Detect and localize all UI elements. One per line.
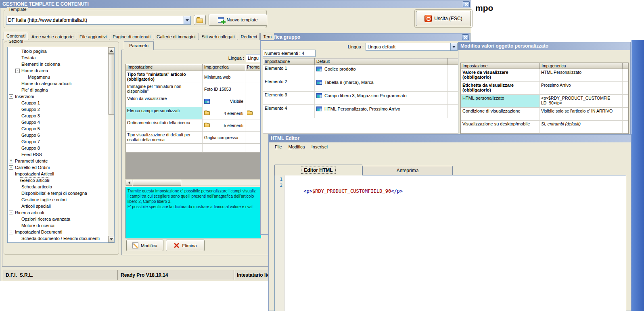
tab[interactable]: Tem	[260, 33, 274, 40]
param-value-cell[interactable]: 5 elementi	[203, 119, 245, 131]
tree-item[interactable]: Scheda articolo	[8, 184, 107, 190]
tree-item[interactable]: Gruppo 3	[8, 113, 107, 119]
gruppo-lingua-combobox[interactable]: Lingua default	[366, 43, 458, 51]
valori-value-cell[interactable]: HTML Personalizzato	[540, 69, 623, 82]
param-value-cell[interactable]: Griglia compressa	[203, 131, 245, 144]
valori-value-cell[interactable]: Visibile solo se l'articolo e' IN ARRIVO	[540, 108, 623, 121]
column-header[interactable]: Default	[315, 58, 448, 65]
tree-item[interactable]: Gruppo 5	[8, 125, 107, 132]
tree-item[interactable]: -Inserzioni	[8, 93, 107, 100]
param-label-cell[interactable]: Ordinamento risultati della ricerca	[126, 119, 203, 131]
column-header[interactable]: Impostazione	[461, 63, 540, 69]
menu-item[interactable]: File	[272, 144, 285, 150]
tree-item[interactable]: Gruppo 4	[8, 119, 107, 125]
tree-item[interactable]: Gestione taglie e colori	[8, 196, 107, 203]
tree-item[interactable]: Gruppo 8	[8, 145, 107, 151]
tree-expander-icon[interactable]: -	[9, 94, 13, 99]
tree-item[interactable]: -Impostazioni	[8, 242, 107, 242]
scroll-down-icon[interactable]	[108, 236, 114, 242]
code-editor[interactable]: 12 <p>$RDY_PRODUCT_CUSTOMFIELD_90</p>	[274, 175, 626, 311]
tree-scrollbar[interactable]	[108, 47, 114, 242]
template-combobox[interactable]: DF Italia (http://www.dataformitalia.it)	[6, 16, 191, 25]
tree-item[interactable]: Elementi in colonna	[8, 61, 107, 67]
gruppo-row[interactable]: Elemento 4HTML Personalizzato, Prossimo …	[263, 105, 469, 118]
tab[interactable]: Pagine di contenuti	[110, 33, 153, 40]
tree-expander-icon[interactable]: -	[9, 211, 13, 215]
tree-item[interactable]: Scheda documento / Elenchi documenti	[8, 235, 107, 242]
scroll-thumb[interactable]	[133, 180, 181, 186]
valori-row[interactable]: Condizione di visualizzazioneVisibile so…	[461, 108, 628, 121]
valori-row[interactable]: Valore da visualizzare (obbligatorio)HTM…	[461, 69, 628, 82]
tree-item[interactable]: Articoli speciali	[8, 203, 107, 209]
tree-item[interactable]: +Parametri utente	[8, 158, 107, 164]
valori-value-cell[interactable]: <p>$RDY_PRODUCT_CUSTOMFIELD_90</p>	[540, 95, 623, 108]
tree-item[interactable]: Megamenu	[8, 74, 107, 80]
tree-item[interactable]: Pie' di pagina	[8, 87, 107, 93]
tree-item[interactable]: -Impostazioni Documenti	[8, 229, 107, 235]
param-value-cell[interactable]: Miniatura web	[203, 71, 245, 83]
valori-value-cell[interactable]: Prossimo Arrivo	[540, 82, 623, 95]
tree-expander-icon[interactable]: +	[9, 159, 13, 163]
param-label-cell[interactable]: Elenco campi personalizzati	[126, 107, 203, 119]
valori-row[interactable]: Visualizzazione su desktop/mobileSI, ent…	[461, 121, 628, 134]
tree-item[interactable]: Home di categoria articoli	[8, 80, 107, 87]
param-label-cell[interactable]: Tipo foto "miniatura" articolo (obbligat…	[126, 71, 203, 83]
tab[interactable]: Gallerie di immagini	[154, 33, 199, 40]
valori-label-cell[interactable]: Valore da visualizzare (obbligatorio)	[461, 69, 540, 82]
tree-expander-icon[interactable]: -	[9, 172, 13, 176]
gruppo-row[interactable]: Elemento 3Campo libero 3, Magazzino Prog…	[263, 92, 469, 105]
modifica-valori-titlebar[interactable]: Modifica valori oggetto personalizzato	[458, 42, 630, 50]
valori-row[interactable]: Etichetta da visualizzare (obbligatorio)…	[461, 82, 628, 95]
tree-item[interactable]: Testata	[8, 54, 107, 61]
html-editor-titlebar[interactable]: HTML Editor	[269, 135, 631, 142]
param-row[interactable]: Ordinamento risultati della ricerca5 ele…	[126, 119, 270, 131]
valori-label-cell[interactable]: Condizione di visualizzazione	[461, 108, 540, 121]
chevron-down-icon[interactable]	[184, 16, 190, 24]
gruppo-row-value-cell[interactable]: Codice prodotto	[315, 65, 448, 78]
tab[interactable]: Redirect	[238, 33, 260, 40]
tree-expander-icon[interactable]: +	[9, 165, 13, 170]
tree-item[interactable]: Opzioni ricerca avanzata	[8, 216, 107, 222]
tab[interactable]: Siti web collegati	[199, 33, 237, 40]
main-titlebar[interactable]: GESTIONE TEMPLATE E CONTENUTI	[0, 0, 471, 8]
tree-item[interactable]: Gruppo 2	[8, 106, 107, 113]
gruppo-row[interactable]: Elemento 1Codice prodotto	[263, 65, 469, 78]
param-label-cell[interactable]: Tipo visualizzazione di default per risu…	[126, 131, 203, 144]
column-header[interactable]: Imp.generica	[203, 64, 245, 71]
close-icon[interactable]	[462, 34, 469, 40]
gruppo-row-value-cell[interactable]: HTML Personalizzato, Prossimo Arrivo	[315, 105, 448, 118]
tab[interactable]: Aree web e categorie	[29, 33, 76, 40]
param-value-cell[interactable]: Visibile	[203, 95, 245, 107]
menu-item[interactable]: Modifica	[285, 144, 308, 150]
scroll-left-icon[interactable]	[126, 180, 132, 186]
tree-item[interactable]: Feed RSS	[8, 151, 107, 158]
valori-label-cell[interactable]: Visualizzazione su desktop/mobile	[461, 121, 540, 134]
param-label-cell[interactable]: Immagine per "miniatura non disponibile"	[126, 83, 203, 95]
open-template-folder-button[interactable]	[194, 15, 206, 25]
tree-item[interactable]: Disponibilita' e tempi di consegna	[8, 190, 107, 196]
param-row[interactable]: Valori da visualizzareVisibile	[126, 95, 270, 107]
tab[interactable]: Contenuti	[4, 32, 28, 40]
tree-item[interactable]: Gruppo 7	[8, 138, 107, 145]
tab-parametri[interactable]: Parametri	[124, 41, 154, 50]
menu-item[interactable]: Inserisci	[308, 144, 331, 150]
param-row[interactable]: Tipo visualizzazione di default per risu…	[126, 131, 270, 144]
param-row[interactable]: Tipo foto "miniatura" articolo (obbligat…	[126, 71, 270, 83]
exit-button[interactable]: Uscita (ESC)	[416, 11, 471, 26]
tab[interactable]: File aggiuntivi	[77, 33, 109, 40]
tree-item[interactable]: +Carrello ed Ordini	[8, 164, 107, 171]
elimina-button[interactable]: Elimina	[166, 240, 205, 251]
close-icon[interactable]	[463, 1, 470, 7]
modifica-button[interactable]: Modifica	[126, 240, 163, 251]
param-row[interactable]: Elenco campi personalizzati4 elementi4	[126, 107, 270, 119]
param-grid-hscrollbar[interactable]	[125, 180, 270, 186]
tree-item[interactable]: Elenco articoli	[8, 177, 107, 184]
code-area[interactable]: <p>$RDY_PRODUCT_CUSTOMFIELD_90</p>	[284, 175, 626, 311]
tree-item[interactable]: -Impostazioni Articoli	[8, 171, 107, 177]
valori-label-cell[interactable]: Etichetta da visualizzare (obbligatorio)	[461, 82, 540, 95]
tab-anteprima[interactable]: Anteprima	[362, 166, 453, 175]
modifica-gruppo-titlebar[interactable]: Modifica gruppo	[261, 33, 470, 41]
valori-label-cell[interactable]: HTML personalizzato	[461, 95, 540, 108]
param-value-cell[interactable]: Foto ID 15053	[203, 83, 245, 95]
chevron-down-icon[interactable]	[450, 43, 457, 50]
